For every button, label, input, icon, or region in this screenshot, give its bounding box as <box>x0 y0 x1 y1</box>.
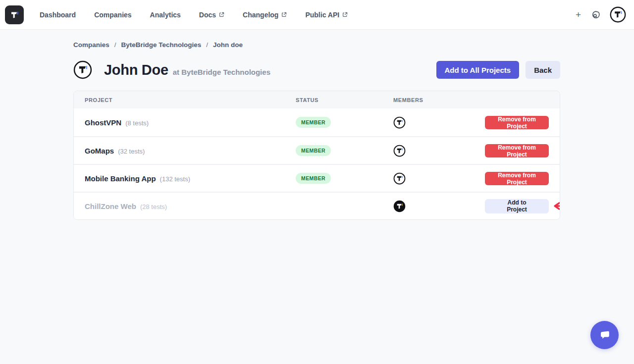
back-button[interactable]: Back <box>526 61 560 79</box>
nav-docs-label: Docs <box>199 11 216 19</box>
main-nav: Dashboard Companies Analytics Docs Chang… <box>40 11 348 19</box>
project-name: Mobile Banking App <box>85 174 156 183</box>
project-test-count: (8 tests) <box>125 119 149 127</box>
table-header-row: PROJECT STATUS MEMBERS <box>74 91 560 108</box>
members-cell <box>393 172 485 185</box>
column-status: STATUS <box>296 97 393 103</box>
remove-from-project-button[interactable]: Remove from Project <box>485 144 549 157</box>
action-cell: Remove from Project <box>485 144 549 157</box>
table-row: GhostVPN (8 tests) MEMBER Remove from Pr… <box>74 108 560 136</box>
search-bubble-icon[interactable] <box>590 10 600 20</box>
member-avatar <box>393 116 406 129</box>
user-avatar[interactable] <box>610 6 626 23</box>
nav-analytics[interactable]: Analytics <box>150 11 181 19</box>
add-to-project-button[interactable]: Add to Project <box>485 199 549 213</box>
nav-docs[interactable]: Docs <box>199 11 224 19</box>
breadcrumb: Companies / ByteBridge Technologies / Jo… <box>73 41 243 49</box>
project-test-count: (32 tests) <box>118 148 145 155</box>
nav-public-api[interactable]: Public API <box>305 11 348 19</box>
nav-companies-label: Companies <box>94 11 131 19</box>
project-name: GhostVPN <box>85 118 121 127</box>
external-link-icon <box>281 12 287 17</box>
annotation-left-arrow-icon <box>552 202 560 210</box>
breadcrumb-current: John doe <box>213 41 243 49</box>
projects-table: PROJECT STATUS MEMBERS GhostVPN (8 tests… <box>73 91 560 220</box>
member-avatar <box>393 172 406 185</box>
breadcrumb-separator: / <box>206 41 208 49</box>
table-row: Mobile Banking App (132 tests) MEMBER Re… <box>74 164 560 192</box>
nav-dashboard-label: Dashboard <box>40 11 76 19</box>
page-subtitle: at ByteBridge Technologies <box>173 68 270 76</box>
table-row: ChillZone Web (28 tests) Add to Project <box>74 192 560 219</box>
add-to-all-projects-button[interactable]: Add to All Projects <box>436 61 520 79</box>
page: Dashboard Companies Analytics Docs Chang… <box>0 0 634 364</box>
project-cell: GhostVPN (8 tests) <box>85 118 296 127</box>
status-cell: MEMBER <box>296 117 393 128</box>
breadcrumb-company[interactable]: ByteBridge Technologies <box>121 41 202 49</box>
status-cell: MEMBER <box>296 173 393 184</box>
action-cell: Remove from Project <box>485 172 549 185</box>
external-link-icon <box>219 12 224 17</box>
members-cell <box>393 145 485 157</box>
topbar-actions: + <box>576 6 634 23</box>
status-badge: MEMBER <box>296 145 331 156</box>
nav-dashboard[interactable]: Dashboard <box>40 11 76 19</box>
page-header: John Doe at ByteBridge Technologies Add … <box>73 58 560 81</box>
status-badge: MEMBER <box>296 117 331 128</box>
member-avatar <box>393 145 406 157</box>
project-cell: ChillZone Web (28 tests) <box>85 202 296 210</box>
app-logo[interactable] <box>5 5 24 24</box>
nav-companies[interactable]: Companies <box>94 11 131 19</box>
members-cell <box>393 116 485 129</box>
column-project: PROJECT <box>85 97 296 103</box>
action-cell: Add to Project <box>485 199 549 213</box>
external-link-icon <box>342 12 348 17</box>
project-cell: Mobile Banking App (132 tests) <box>85 174 296 183</box>
member-avatar-dark <box>393 200 406 212</box>
remove-from-project-button[interactable]: Remove from Project <box>485 172 549 185</box>
chat-bubble-icon <box>597 328 612 343</box>
project-name: ChillZone Web <box>85 202 136 210</box>
app-logo-icon <box>8 9 20 21</box>
person-avatar <box>73 60 92 79</box>
project-test-count: (132 tests) <box>160 175 190 183</box>
status-badge: MEMBER <box>296 173 331 184</box>
nav-public-api-label: Public API <box>305 11 339 19</box>
members-cell <box>393 200 485 212</box>
nav-changelog[interactable]: Changelog <box>243 11 287 19</box>
status-cell: MEMBER <box>296 145 393 156</box>
column-members: MEMBERS <box>393 97 485 103</box>
project-name: GoMaps <box>85 147 114 155</box>
breadcrumb-separator: / <box>114 41 116 49</box>
remove-from-project-button[interactable]: Remove from Project <box>485 116 549 129</box>
nav-analytics-label: Analytics <box>150 11 181 19</box>
header-actions: Add to All Projects Back <box>436 61 560 79</box>
breadcrumb-companies[interactable]: Companies <box>73 41 109 49</box>
nav-changelog-label: Changelog <box>243 11 278 19</box>
top-navigation-bar: Dashboard Companies Analytics Docs Chang… <box>0 0 634 30</box>
chat-widget-button[interactable] <box>590 321 619 349</box>
page-title: John Doe <box>104 62 168 78</box>
table-row: GoMaps (32 tests) MEMBER Remove from Pro… <box>74 136 560 164</box>
action-cell: Remove from Project <box>485 116 549 129</box>
project-test-count: (28 tests) <box>140 203 167 210</box>
plus-icon[interactable]: + <box>576 10 581 19</box>
project-cell: GoMaps (32 tests) <box>85 147 296 155</box>
